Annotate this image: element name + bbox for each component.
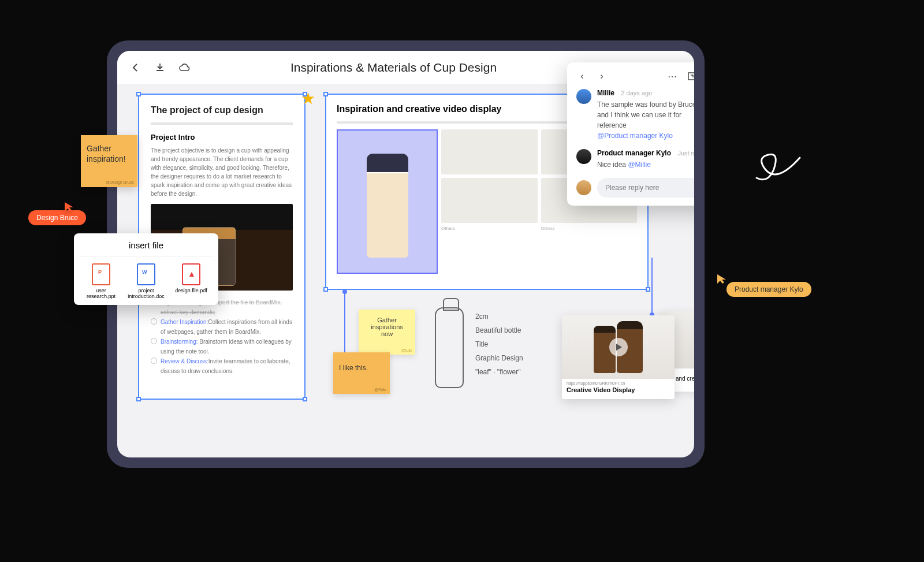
task-item[interactable]: Brainstorming: Brainstorm ideas with col… [151, 337, 293, 356]
scribble-decoration [751, 137, 808, 198]
checkbox-icon[interactable] [151, 338, 157, 344]
sketch-drawing[interactable]: 2cm Beautiful bottle Title Graphic Desig… [429, 304, 556, 402]
section-heading: Project Intro [151, 133, 293, 142]
file-pdf-icon [182, 263, 200, 285]
sticky-text: I like this. [339, 364, 368, 372]
open-new-icon[interactable] [686, 70, 694, 82]
comment-timestamp: Just now [677, 150, 694, 157]
comment-author: Millie [597, 89, 614, 97]
file-option[interactable]: design file.pdf [171, 263, 211, 299]
sticky-author: @Design Bruce [106, 180, 134, 185]
task-list: Organize Thoughts: Import the file to Bo… [151, 297, 293, 376]
reply-input[interactable] [597, 178, 694, 198]
comments-panel: ‹ › ⋯ ✕ Millie 2 days ago The sample was… [567, 62, 694, 206]
collaborator-label: Design Bruce [28, 210, 86, 225]
video-url: https://hspped/hurGRKimOFT.cn [562, 379, 675, 385]
comment-author: Product manager Kylo [597, 149, 671, 157]
mention[interactable]: @Product manager Kylo [597, 132, 673, 140]
sticky-note[interactable]: I like this. @Kylo [333, 352, 390, 394]
thumbnail[interactable]: Others [441, 129, 538, 174]
sticky-text: Gather inspirations now [371, 317, 403, 337]
video-caption: Creative Video Display [562, 385, 675, 399]
panel-header: ‹ › ⋯ ✕ [576, 70, 694, 82]
selection-handle[interactable] [136, 92, 141, 96]
selection-handle[interactable] [303, 397, 307, 401]
insert-file-popover: insert file user research.ppt project in… [74, 233, 218, 305]
page-title: Inspirations & Materials of Cup Design [190, 61, 597, 75]
reply-box: ➤ [576, 178, 694, 198]
avatar [576, 89, 591, 104]
bottle-outline [435, 307, 464, 388]
collaborator-label: Product manager Kylo [726, 282, 811, 297]
file-option[interactable]: project introduction.doc [126, 263, 166, 299]
checkbox-icon[interactable] [151, 358, 157, 364]
selected-image[interactable] [337, 129, 438, 274]
back-icon[interactable] [130, 62, 141, 73]
thumbnail[interactable]: Others [441, 178, 538, 223]
selection-handle[interactable] [136, 397, 141, 401]
checkbox-icon[interactable] [151, 318, 157, 325]
task-item[interactable]: Review & Discuss:Invite teammates to col… [151, 356, 293, 376]
connector-line [651, 258, 653, 315]
download-icon[interactable] [154, 62, 166, 73]
chevron-left-icon[interactable]: ‹ [576, 70, 588, 82]
comment-text: Nice idea @Millie [597, 159, 694, 170]
video-card[interactable]: https://hspped/hurGRKimOFT.cn Creative V… [562, 315, 675, 399]
play-icon[interactable] [609, 338, 628, 356]
comment-text: The sample was found by Bruce, and I thi… [597, 99, 694, 141]
avatar [576, 180, 591, 195]
comment: Product manager Kylo Just now Nice idea … [576, 149, 694, 170]
selection-handle[interactable] [646, 287, 650, 292]
collaborator-cursor [64, 201, 75, 215]
popover-title: insert file [79, 240, 214, 256]
chevron-right-icon[interactable]: › [596, 70, 608, 82]
divider [151, 122, 293, 125]
sticky-note[interactable]: Gather inspirations now @lulu [359, 310, 415, 355]
comment-timestamp: 2 days ago [621, 90, 652, 96]
sticky-text: Gather inspiration! [87, 144, 126, 163]
file-doc-icon [137, 263, 155, 285]
selection-handle[interactable] [323, 287, 328, 292]
sticky-note[interactable]: Gather inspiration! @Design Bruce [81, 135, 137, 187]
sticky-author: @lulu [401, 348, 412, 352]
cloud-icon[interactable] [178, 62, 190, 73]
file-option[interactable]: user research.ppt [81, 263, 121, 299]
mention[interactable]: @Millie [628, 161, 651, 169]
sketch-annotations: 2cm Beautiful bottle Title Graphic Desig… [475, 310, 523, 379]
sticky-author: @Kylo [374, 388, 386, 392]
selection-handle[interactable] [323, 92, 328, 96]
card-title: The project of cup design [151, 105, 293, 116]
avatar [576, 149, 591, 164]
project-intro: The project objective is to design a cup… [151, 146, 293, 198]
collaborator-cursor [716, 273, 728, 287]
star-icon: ★ [301, 89, 315, 108]
more-icon[interactable]: ⋯ [666, 70, 678, 82]
task-item[interactable]: Gather Inspiration:Collect inspirations … [151, 317, 293, 337]
file-ppt-icon [92, 263, 110, 285]
comment: Millie 2 days ago The sample was found b… [576, 89, 694, 141]
